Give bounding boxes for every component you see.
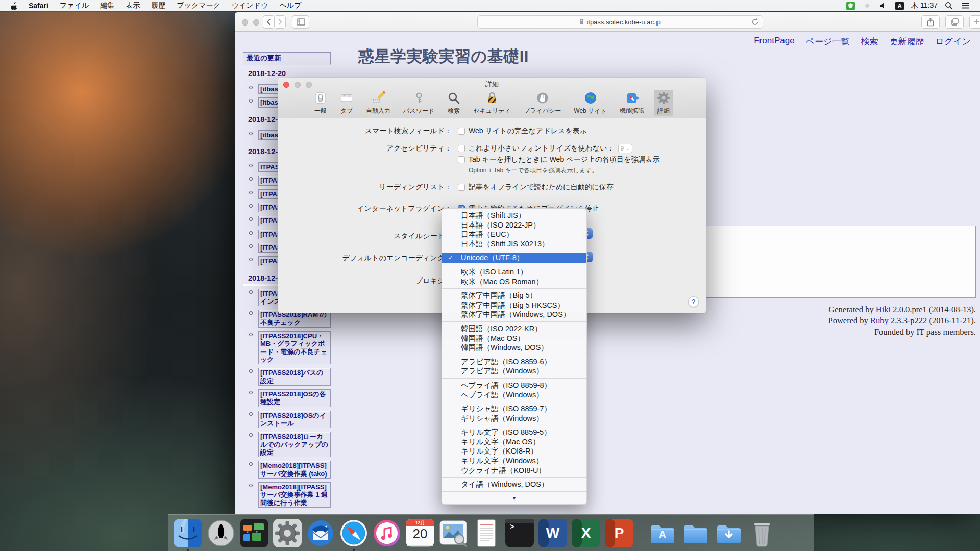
reading-list-checkbox[interactable] (458, 184, 465, 191)
menu-item-encoding[interactable]: 繁体字中国語（Big 5） (442, 291, 586, 300)
dock-safari-icon[interactable] (339, 519, 368, 547)
menu-item-encoding[interactable]: 欧米（Mac OS Roman） (442, 277, 586, 287)
dock-folder-applications-icon[interactable]: A (648, 519, 677, 547)
menu-item-1[interactable]: 編集 (94, 1, 120, 10)
dock-launchpad-icon[interactable] (207, 519, 235, 547)
dock-excel-icon[interactable]: X (572, 519, 600, 547)
volume-icon[interactable] (879, 2, 887, 9)
menu-item-encoding[interactable]: 韓国語（ISO 2022-KR） (442, 324, 586, 334)
dock-thunderbird-icon[interactable] (306, 519, 335, 547)
forward-button[interactable] (274, 15, 286, 29)
dock-trash-icon[interactable] (748, 519, 776, 547)
dock-folder-documents-icon[interactable] (681, 519, 710, 547)
menu-item-encoding[interactable]: 日本語（ISO 2022-JP） (442, 220, 586, 230)
help-button[interactable]: ? (688, 296, 699, 307)
menu-item-encoding[interactable]: ヘブライ語（ISO 8859-8） (442, 381, 586, 390)
menu-item-encoding[interactable]: ヘブライ語（Windows） (442, 390, 586, 400)
menu-item-encoding[interactable]: キリル文字（KOI8-R） (442, 446, 586, 456)
menu-item-0[interactable]: ファイル (54, 1, 94, 10)
dock-textedit-icon[interactable] (472, 519, 501, 547)
dock-powerpoint-icon[interactable]: P (605, 519, 633, 547)
sidebar-toggle-button[interactable] (292, 15, 309, 29)
menu-item-encoding[interactable]: アラビア語（Windows） (442, 366, 586, 376)
pref-tab-セキュリティ[interactable]: セキュリティ (470, 90, 514, 116)
menu-item-3[interactable]: 履歴 (145, 1, 171, 10)
dock-system-preferences-icon[interactable] (273, 519, 302, 547)
menu-item-encoding[interactable]: 日本語（EUC） (442, 230, 586, 239)
dock-folder-downloads-icon[interactable] (715, 519, 743, 547)
share-button[interactable] (921, 15, 940, 29)
menu-item-6[interactable]: ヘルプ (274, 1, 307, 10)
new-tab-button[interactable] (969, 15, 980, 29)
page-nav-link-4[interactable]: ログイン (935, 36, 971, 47)
zoom-button[interactable] (306, 82, 312, 88)
sidebar-link[interactable]: [ITPASS2018]OSの各種設定 (258, 389, 331, 407)
pref-tab-タブ[interactable]: ×+タブ (337, 90, 356, 116)
menu-item-encoding[interactable]: キリル文字（Mac OS） (442, 437, 586, 447)
page-nav-link-1[interactable]: ページ一覧 (806, 36, 850, 47)
page-nav-link-2[interactable]: 検索 (861, 36, 878, 47)
apple-menu-icon[interactable] (10, 2, 18, 10)
menu-item-encoding[interactable]: 日本語（Shift JIS） (442, 211, 586, 220)
menu-item-encoding[interactable]: 韓国語（Mac OS） (442, 334, 586, 343)
dock-word-icon[interactable]: W (538, 519, 567, 547)
menu-item-5[interactable]: ウインドウ (226, 1, 274, 10)
page-nav-link-3[interactable]: 更新履歴 (889, 36, 924, 47)
pref-tab-自動入力[interactable]: 自動入力 (363, 90, 394, 116)
pref-tab-パスワード[interactable]: パスワード (400, 90, 437, 116)
dock-finder-icon[interactable] (174, 519, 202, 547)
font-size-select[interactable]: 9⌄ (618, 144, 632, 153)
menu-item-4[interactable]: ブックマーク (171, 1, 226, 10)
input-source-icon[interactable]: A (895, 2, 904, 10)
sidebar-link[interactable]: [Memo2018][ITPASS]サーバ交換作業 (tako) (258, 461, 331, 479)
pref-tab-詳細[interactable]: 詳細 (654, 90, 673, 116)
close-button[interactable] (283, 82, 289, 88)
min-font-checkbox[interactable] (458, 145, 465, 152)
hiki-link[interactable]: Hiki (876, 305, 891, 314)
minimize-button[interactable] (253, 19, 259, 26)
menu-item-encoding[interactable]: タイ語（Windows, DOS） (442, 480, 586, 489)
dock-terminal-icon[interactable]: >_ (505, 519, 534, 547)
pref-tab-検索[interactable]: 検索 (444, 90, 463, 116)
address-bar[interactable]: itpass.scitec.kobe-u.ac.jp (477, 15, 763, 29)
page-nav-link-0[interactable]: FrontPage (754, 36, 794, 47)
menu-item-encoding[interactable]: ギリシャ語（ISO 8859-7） (442, 404, 586, 414)
menu-safari[interactable]: Safari (23, 2, 54, 10)
menu-item-encoding[interactable]: ✓Unicode（UTF-8） (442, 253, 586, 263)
pref-tab-プライバシー[interactable]: プライバシー (521, 90, 564, 116)
minimize-button[interactable] (295, 82, 301, 88)
ruby-link[interactable]: Ruby (870, 316, 889, 325)
menu-item-encoding[interactable]: キリル文字（Windows） (442, 456, 586, 466)
back-button[interactable] (263, 15, 275, 29)
pref-tab-一般[interactable]: 一般 (311, 90, 330, 116)
sidebar-link[interactable]: [ITPASS2018]ローカルでのバックアップの設定 (258, 432, 331, 457)
dock-itunes-icon[interactable] (373, 519, 401, 547)
close-button[interactable] (242, 19, 248, 26)
dock-mission-control-icon[interactable] (240, 519, 268, 547)
notification-center-icon[interactable] (961, 2, 970, 9)
smart-search-checkbox[interactable] (458, 128, 465, 135)
reload-icon[interactable] (751, 18, 759, 28)
pref-tab-Web サイト[interactable]: Web サイト (571, 90, 610, 116)
sidebar-link[interactable]: [ITPASS2018]CPU・MB・グラフィックボード・電源の不良チェック (258, 331, 331, 364)
menu-item-encoding[interactable]: 日本語（Shift JIS X0213） (442, 239, 586, 249)
pref-tab-機能拡張[interactable]: 機能拡張 (617, 90, 647, 116)
dock-preview-icon[interactable] (439, 519, 468, 547)
menu-item-encoding[interactable]: ギリシャ語（Windows） (442, 414, 586, 423)
menu-item-2[interactable]: 表示 (120, 1, 145, 10)
menubar-clock[interactable]: 木 11:37 (911, 1, 938, 10)
tab-overview-button[interactable] (945, 15, 964, 29)
menu-item-encoding[interactable]: アラビア語（ISO 8859-6） (442, 357, 586, 367)
sidebar-link[interactable]: [ITPASS2018]パスの設定 (258, 368, 331, 386)
spotlight-search-icon[interactable] (945, 2, 953, 10)
airport-diamond-icon[interactable] (863, 2, 871, 10)
menu-item-encoding[interactable]: ウクライナ語（KOI8-U） (442, 466, 586, 475)
green-status-icon[interactable] (846, 2, 855, 10)
menu-item-encoding[interactable]: キリル文字（ISO 8859-5） (442, 428, 586, 437)
menu-item-encoding[interactable]: 繁体字中国語（Big 5 HKSCS） (442, 300, 586, 310)
tab-highlight-checkbox[interactable] (458, 156, 465, 163)
sidebar-link[interactable]: [ITPASS2018]OSのインストール (258, 411, 331, 429)
dock-calendar-icon[interactable]: 12月20 (406, 519, 434, 547)
menu-item-encoding[interactable]: 繁体字中国語（Windows, DOS） (442, 310, 586, 319)
scroll-down-arrow[interactable]: ▼ (442, 494, 586, 504)
